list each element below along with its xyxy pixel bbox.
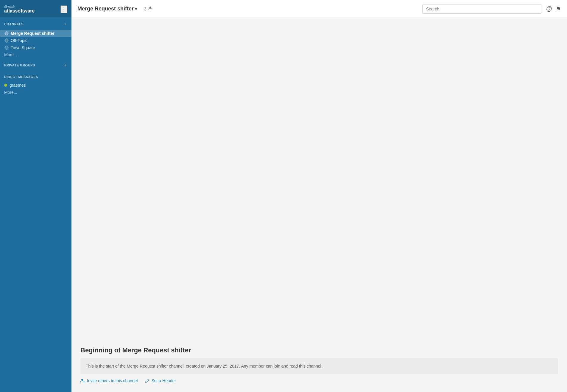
globe-icon-town-square: [4, 45, 9, 50]
dm-more-button[interactable]: More...: [0, 89, 71, 96]
topbar-icons: @ ⚑: [546, 5, 561, 13]
private-groups-section: PRIVATE GROUPS +: [0, 58, 71, 71]
channel-info-box: This is the start of the Merge Request s…: [80, 358, 558, 374]
invite-icon: [80, 378, 85, 383]
person-icon: [148, 6, 153, 12]
channels-section: CHANNELS +: [0, 17, 71, 30]
pencil-icon: [145, 378, 149, 383]
user-info: @wash atlassoftware: [4, 5, 35, 14]
channel-label-merge-request: Merge Request shifter: [11, 31, 54, 36]
flag-icon[interactable]: ⚑: [556, 5, 561, 13]
sidebar: @wash atlassoftware ⋮ CHANNELS + Merge R…: [0, 0, 71, 392]
invite-others-button[interactable]: Invite others to this channel: [80, 378, 138, 383]
member-count: 3: [144, 7, 147, 11]
main-content: Merge Request shifter ▾ 3 @ ⚑ Beginning …: [71, 0, 567, 392]
channels-more-button[interactable]: More...: [0, 51, 71, 58]
direct-messages-section: DIRECT MESSAGES: [0, 71, 71, 82]
topbar: Merge Request shifter ▾ 3 @ ⚑: [71, 0, 567, 18]
globe-icon-off-topic: [4, 38, 9, 43]
svg-point-16: [81, 379, 83, 381]
topbar-search[interactable]: [422, 4, 541, 14]
topbar-channel-name[interactable]: Merge Request shifter ▾: [77, 6, 137, 12]
private-groups-title: PRIVATE GROUPS: [4, 63, 35, 67]
sidebar-header: @wash atlassoftware ⋮: [0, 0, 71, 17]
private-groups-header: PRIVATE GROUPS +: [4, 63, 67, 68]
direct-message-graemes[interactable]: graemes: [0, 82, 71, 89]
channel-info-text: This is the start of the Merge Request s…: [86, 364, 323, 368]
channel-beginning-title: Beginning of Merge Request shifter: [80, 346, 558, 354]
topbar-channel-name-text: Merge Request shifter: [77, 6, 134, 12]
sidebar-menu-button[interactable]: ⋮: [60, 5, 67, 13]
messages-area: Beginning of Merge Request shifter This …: [71, 18, 567, 392]
add-channel-button[interactable]: +: [63, 21, 67, 27]
user-at-label: @wash: [4, 5, 35, 8]
search-input[interactable]: [422, 4, 541, 14]
channels-section-title: CHANNELS: [4, 22, 24, 26]
svg-point-15: [149, 7, 151, 8]
invite-label: Invite others to this channel: [87, 378, 138, 383]
set-header-button[interactable]: Set a Header: [145, 378, 176, 383]
channel-label-off-topic: Off-Topic: [11, 38, 27, 43]
svg-line-19: [147, 379, 148, 381]
online-status-dot: [4, 84, 7, 87]
channel-label-town-square: Town Square: [11, 45, 35, 50]
direct-messages-title: DIRECT MESSAGES: [4, 75, 38, 79]
add-private-group-button[interactable]: +: [63, 63, 67, 68]
sidebar-item-merge-request-shifter[interactable]: Merge Request shifter: [0, 30, 71, 37]
dm-user-label: graemes: [10, 83, 26, 88]
channel-actions: Invite others to this channel Set a Head…: [80, 378, 558, 383]
username-label: atlassoftware: [4, 8, 35, 14]
channel-dropdown-chevron: ▾: [135, 7, 137, 11]
topbar-members[interactable]: 3: [144, 6, 153, 12]
globe-icon: [4, 31, 9, 36]
channel-beginning: Beginning of Merge Request shifter This …: [80, 346, 558, 386]
set-header-label: Set a Header: [151, 378, 176, 383]
direct-messages-header: DIRECT MESSAGES: [4, 75, 67, 79]
sidebar-item-town-square[interactable]: Town Square: [0, 44, 71, 51]
sidebar-item-off-topic[interactable]: Off-Topic: [0, 37, 71, 44]
at-icon[interactable]: @: [546, 5, 552, 12]
channels-section-header: CHANNELS +: [4, 21, 67, 27]
